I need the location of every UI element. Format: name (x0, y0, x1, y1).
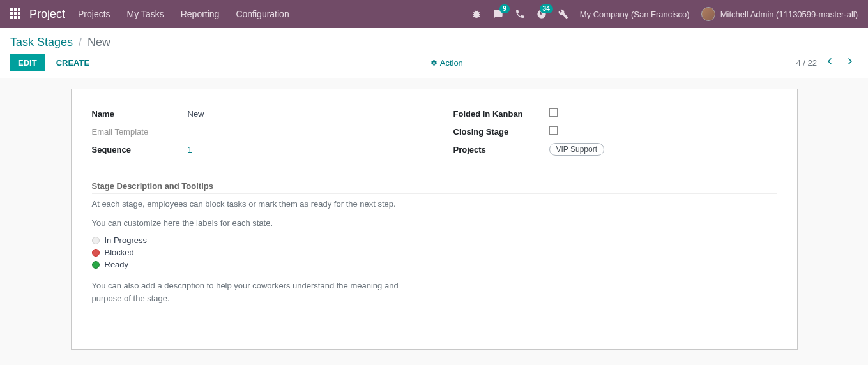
field-name: New (188, 109, 415, 119)
breadcrumb-current: New (88, 36, 110, 48)
label-name: Name (92, 109, 188, 119)
pager-prev[interactable] (822, 56, 837, 70)
user-name: Mitchell Admin (11130599-master-all) (720, 10, 858, 19)
activities-badge: 34 (540, 4, 553, 13)
state-dot-green-icon (92, 261, 100, 269)
label-projects: Projects (453, 145, 549, 154)
state-label-ready: Ready (105, 260, 129, 269)
form-content: Name New Email Template Sequence 1 Folde… (0, 78, 868, 365)
pager-value[interactable]: 4 / 22 (796, 58, 817, 68)
section-outro: You can also add a description to help y… (92, 279, 424, 304)
label-sequence: Sequence (92, 145, 188, 154)
company-selector[interactable]: My Company (San Francisco) (580, 10, 690, 19)
svg-rect-7 (14, 16, 17, 19)
svg-rect-4 (14, 12, 17, 15)
pager-next[interactable] (842, 56, 858, 70)
state-label-inprogress: In Progress (105, 235, 147, 245)
bug-icon[interactable] (471, 9, 482, 19)
tag-project[interactable]: VIP Support (549, 143, 605, 156)
nav-menu-mytasks[interactable]: My Tasks (127, 9, 164, 19)
nav-menu-reporting[interactable]: Reporting (181, 9, 220, 19)
nav-menu-configuration[interactable]: Configuration (236, 9, 289, 19)
control-panel: Task Stages / New EDIT CREATE Action 4 /… (0, 28, 868, 78)
pager: 4 / 22 (796, 56, 858, 70)
state-row-inprogress: In Progress (92, 235, 777, 245)
messages-badge: 9 (499, 4, 510, 13)
svg-rect-8 (18, 16, 20, 19)
state-dot-grey-icon (92, 237, 100, 244)
action-dropdown[interactable]: Action (430, 58, 463, 68)
svg-rect-2 (18, 8, 20, 11)
nav-menu-projects[interactable]: Projects (78, 9, 110, 19)
avatar (701, 7, 715, 21)
svg-rect-3 (10, 12, 13, 15)
state-dot-red-icon (92, 249, 100, 257)
nav-menu: Projects My Tasks Reporting Configuratio… (78, 9, 289, 19)
svg-rect-5 (18, 12, 20, 15)
wrench-icon[interactable] (558, 9, 568, 19)
field-sequence: 1 (188, 145, 415, 154)
svg-rect-1 (14, 8, 17, 11)
create-button[interactable]: CREATE (49, 54, 97, 71)
state-label-blocked: Blocked (105, 248, 134, 257)
gear-icon (430, 59, 438, 66)
main-navbar: Project Projects My Tasks Reporting Conf… (0, 0, 868, 28)
user-menu[interactable]: Mitchell Admin (11130599-master-all) (701, 7, 858, 21)
svg-rect-0 (10, 8, 13, 11)
svg-rect-6 (10, 16, 13, 19)
section-intro2: You can customize here the labels for ea… (92, 217, 777, 230)
apps-icon[interactable] (10, 8, 20, 20)
nav-brand[interactable]: Project (29, 8, 65, 21)
breadcrumb-parent[interactable]: Task Stages (10, 36, 73, 48)
clock-icon[interactable]: 34 (537, 9, 547, 19)
state-row-ready: Ready (92, 260, 777, 269)
edit-button[interactable]: EDIT (10, 54, 45, 71)
checkbox-closing[interactable] (549, 126, 558, 135)
section-title: Stage Description and Tooltips (92, 181, 777, 194)
label-closing: Closing Stage (453, 127, 549, 137)
breadcrumb: Task Stages / New (10, 36, 858, 49)
checkbox-folded[interactable] (549, 108, 558, 117)
label-folded: Folded in Kanban (453, 109, 549, 119)
state-row-blocked: Blocked (92, 248, 777, 257)
messages-icon[interactable]: 9 (493, 9, 503, 19)
form-sheet: Name New Email Template Sequence 1 Folde… (71, 89, 798, 350)
section-intro1: At each stage, employees can block tasks… (92, 198, 777, 211)
phone-icon[interactable] (515, 9, 525, 19)
label-email-template: Email Template (92, 127, 188, 137)
